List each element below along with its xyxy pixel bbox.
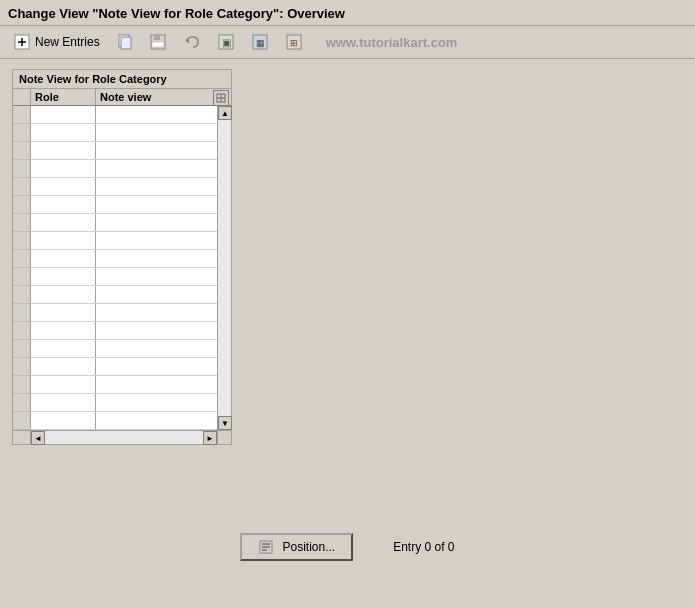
- table-row[interactable]: [31, 178, 217, 196]
- cell-role-7[interactable]: [31, 214, 96, 231]
- row-num-10: [13, 268, 30, 286]
- scroll-up-button[interactable]: ▲: [218, 106, 232, 120]
- cell-noteview-13[interactable]: [96, 322, 217, 339]
- cell-noteview-9[interactable]: [96, 250, 217, 267]
- column-settings-icon[interactable]: [213, 90, 229, 106]
- cell-role-12[interactable]: [31, 304, 96, 321]
- cell-role-17[interactable]: [31, 394, 96, 411]
- row-num-2: [13, 124, 30, 142]
- svg-rect-4: [121, 37, 131, 49]
- row-num-1: [13, 106, 30, 124]
- scroll-down-button[interactable]: ▼: [218, 416, 232, 430]
- cell-role-10[interactable]: [31, 268, 96, 285]
- cell-noteview-16[interactable]: [96, 376, 217, 393]
- select-icon: ⊞: [284, 32, 304, 52]
- cell-noteview-5[interactable]: [96, 178, 217, 195]
- table-row[interactable]: [31, 286, 217, 304]
- scroll-right-button[interactable]: ►: [203, 431, 217, 445]
- cell-role-5[interactable]: [31, 178, 96, 195]
- cell-noteview-2[interactable]: [96, 124, 217, 141]
- cell-noteview-14[interactable]: [96, 340, 217, 357]
- cell-noteview-17[interactable]: [96, 394, 217, 411]
- hscroll-corner-right: [217, 431, 231, 444]
- cell-noteview-18[interactable]: [96, 412, 217, 429]
- window-title: Change View "Note View for Role Category…: [8, 6, 687, 21]
- table-rows-area: [13, 106, 217, 430]
- table-row[interactable]: [31, 304, 217, 322]
- table-row[interactable]: [31, 322, 217, 340]
- redo-icon: ▣: [216, 32, 236, 52]
- table-row[interactable]: [31, 106, 217, 124]
- cell-noteview-7[interactable]: [96, 214, 217, 231]
- table-title: Note View for Role Category: [13, 70, 231, 89]
- row-num-7: [13, 214, 30, 232]
- cell-noteview-4[interactable]: [96, 160, 217, 177]
- cell-role-18[interactable]: [31, 412, 96, 429]
- cell-role-16[interactable]: [31, 376, 96, 393]
- table-row[interactable]: [31, 196, 217, 214]
- table-row[interactable]: [31, 250, 217, 268]
- table-row[interactable]: [31, 142, 217, 160]
- table-row[interactable]: [31, 124, 217, 142]
- cell-noteview-11[interactable]: [96, 286, 217, 303]
- cell-role-14[interactable]: [31, 340, 96, 357]
- new-entries-label: New Entries: [35, 35, 100, 49]
- row-num-4: [13, 160, 30, 178]
- row-num-15: [13, 358, 30, 376]
- svg-rect-20: [262, 546, 270, 548]
- copy-icon: [114, 32, 134, 52]
- table-row[interactable]: [31, 214, 217, 232]
- save-icon: [148, 32, 168, 52]
- redo-button[interactable]: ▣: [212, 30, 240, 54]
- cell-noteview-3[interactable]: [96, 142, 217, 159]
- cell-role-4[interactable]: [31, 160, 96, 177]
- cell-role-6[interactable]: [31, 196, 96, 213]
- select-button[interactable]: ⊞: [280, 30, 308, 54]
- row-num-11: [13, 286, 30, 304]
- cell-noteview-6[interactable]: [96, 196, 217, 213]
- table-row[interactable]: [31, 232, 217, 250]
- copy-button[interactable]: [110, 30, 138, 54]
- horizontal-scrollbar[interactable]: ◄ ►: [13, 430, 231, 444]
- scroll-track-horizontal[interactable]: [45, 431, 203, 444]
- cell-role-2[interactable]: [31, 124, 96, 141]
- new-entries-icon: [12, 32, 32, 52]
- cell-noteview-12[interactable]: [96, 304, 217, 321]
- entry-count: Entry 0 of 0: [393, 540, 454, 554]
- cell-role-1[interactable]: [31, 106, 96, 123]
- table-row[interactable]: [31, 376, 217, 394]
- row-num-9: [13, 250, 30, 268]
- row-num-16: [13, 376, 30, 394]
- undo-button[interactable]: [178, 30, 206, 54]
- svg-rect-21: [262, 549, 267, 551]
- position-button[interactable]: Position...: [240, 533, 353, 561]
- col-noteview-label: Note view: [100, 91, 151, 103]
- new-entries-button[interactable]: New Entries: [8, 30, 104, 54]
- table-row[interactable]: [31, 268, 217, 286]
- cell-noteview-10[interactable]: [96, 268, 217, 285]
- scroll-track-vertical[interactable]: [218, 120, 231, 416]
- cell-role-8[interactable]: [31, 232, 96, 249]
- cell-role-13[interactable]: [31, 322, 96, 339]
- vertical-scrollbar[interactable]: ▲ ▼: [217, 106, 231, 430]
- find-button[interactable]: ▦: [246, 30, 274, 54]
- scroll-left-button[interactable]: ◄: [31, 431, 45, 445]
- cell-role-3[interactable]: [31, 142, 96, 159]
- find-icon: ▦: [250, 32, 270, 52]
- cell-role-11[interactable]: [31, 286, 96, 303]
- cell-noteview-8[interactable]: [96, 232, 217, 249]
- cell-noteview-15[interactable]: [96, 358, 217, 375]
- table-row[interactable]: [31, 358, 217, 376]
- table-row[interactable]: [31, 160, 217, 178]
- cell-noteview-1[interactable]: [96, 106, 217, 123]
- cell-role-15[interactable]: [31, 358, 96, 375]
- save-button[interactable]: [144, 30, 172, 54]
- title-bar: Change View "Note View for Role Category…: [0, 0, 695, 26]
- table-row[interactable]: [31, 340, 217, 358]
- table-row[interactable]: [31, 412, 217, 430]
- row-num-18: [13, 412, 30, 430]
- table-row[interactable]: [31, 394, 217, 412]
- hscroll-corner-left: [13, 431, 31, 444]
- cell-role-9[interactable]: [31, 250, 96, 267]
- main-content: Note View for Role Category Role Note vi…: [0, 59, 695, 608]
